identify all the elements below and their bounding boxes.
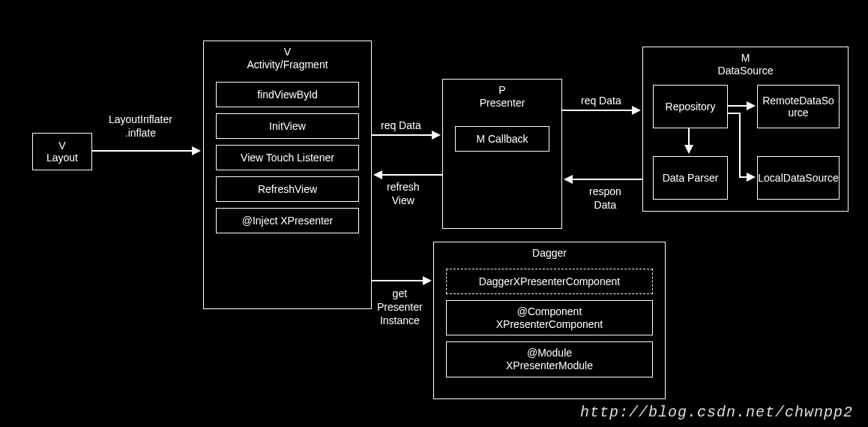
label-reqdata1: req Data bbox=[381, 119, 421, 132]
box-v-layout: V Layout bbox=[32, 133, 92, 170]
arrow-inflate bbox=[92, 150, 193, 152]
activity-title: V Activity/Fragment bbox=[204, 46, 371, 71]
arrow-repo-remote bbox=[727, 105, 748, 107]
item-repository: Repository bbox=[653, 85, 728, 128]
arrowhead-reqdata2 bbox=[632, 106, 641, 115]
item-dataparser: Data Parser bbox=[653, 156, 728, 200]
arrowhead-inflate bbox=[192, 146, 201, 155]
arrowhead-respon bbox=[564, 175, 573, 184]
item-mcallback: M Callback bbox=[455, 126, 549, 152]
item-component: @Component XPresenterComponent bbox=[446, 300, 653, 336]
v-layout-title1: V bbox=[58, 140, 65, 152]
item-remote: RemoteDataSource bbox=[757, 85, 840, 128]
box-dagger: Dagger DaggerXPresenterComponent @Compon… bbox=[433, 242, 666, 399]
arrow-getpresenter bbox=[372, 280, 424, 281]
arrow-reqdata2 bbox=[562, 110, 633, 111]
presenter-title: P Presenter bbox=[443, 84, 561, 110]
arrowhead-refresh bbox=[373, 170, 382, 179]
arrow-reqdata1 bbox=[372, 134, 433, 136]
label-getpresenter: get Presenter Instance bbox=[377, 287, 423, 328]
model-title: M DataSource bbox=[643, 52, 848, 77]
arrow-repo-parser bbox=[688, 128, 690, 146]
label-respon: respon Data bbox=[589, 185, 621, 212]
label-reqdata2: req Data bbox=[581, 94, 621, 107]
item-viewtouch: View Touch Listener bbox=[216, 145, 359, 170]
item-module: @Module XPresenterModule bbox=[446, 341, 653, 377]
item-refreshview: RefreshView bbox=[216, 176, 359, 202]
label-inflate: LayoutInflater .inflate bbox=[109, 113, 172, 140]
item-daggerxpresenter: DaggerXPresenterComponent bbox=[446, 269, 653, 294]
arrowhead-repo-remote bbox=[747, 101, 756, 110]
box-presenter: P Presenter M Callback bbox=[442, 79, 562, 229]
arrowhead-repo-parser bbox=[684, 145, 693, 154]
watermark: http://blog.csdn.net/chwnpp2 bbox=[580, 404, 853, 421]
box-activity-fragment: V Activity/Fragment findViewById InitVie… bbox=[203, 41, 372, 309]
dagger-title: Dagger bbox=[434, 247, 665, 260]
item-initview: InitView bbox=[216, 113, 359, 139]
arrowhead-repo-local bbox=[747, 173, 756, 182]
item-local: LocalDataSource bbox=[757, 156, 840, 200]
arrow-refresh bbox=[382, 174, 442, 176]
box-model: M DataSource Repository Data Parser Remo… bbox=[642, 47, 849, 212]
item-findviewbyid: findViewById bbox=[216, 82, 359, 107]
arrowhead-getpresenter bbox=[423, 276, 432, 285]
label-refresh: refresh View bbox=[387, 180, 420, 207]
item-injectxpresenter: @Inject XPresenter bbox=[216, 208, 359, 233]
arrow-repo-local-v bbox=[739, 113, 741, 176]
v-layout-title2: Layout bbox=[46, 152, 78, 164]
arrowhead-reqdata1 bbox=[432, 131, 441, 140]
arrow-respon bbox=[573, 179, 642, 180]
